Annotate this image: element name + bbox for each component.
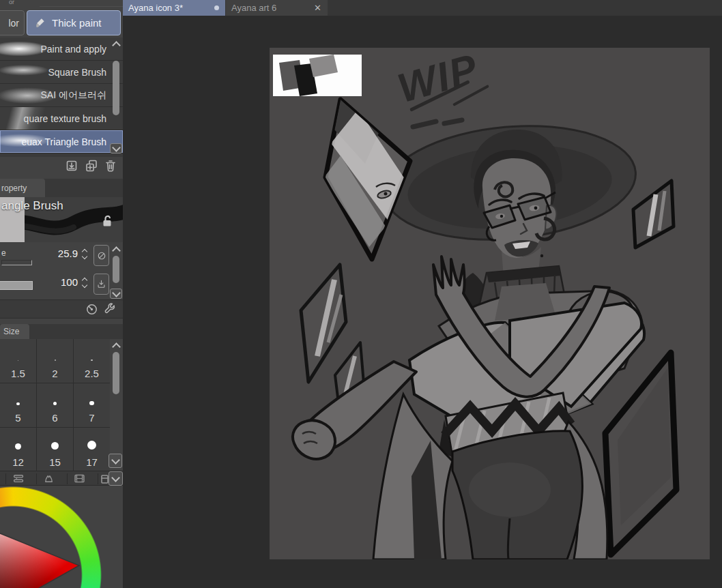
sv-triangle[interactable]: [0, 486, 123, 588]
scroll-down-button[interactable]: [109, 454, 122, 468]
sketch-dashes: [413, 120, 462, 127]
brush-size-tab-label: Size: [3, 327, 19, 336]
brush-size-tab[interactable]: Size: [0, 324, 29, 339]
scroll-up-button[interactable]: [110, 340, 122, 351]
toolbar-separator: [5, 473, 6, 484]
duplicate-subtool-button[interactable]: [84, 158, 99, 173]
spinner-down-icon: [82, 282, 87, 287]
brush-size-label: 12: [12, 456, 24, 468]
unlock-icon[interactable]: [100, 214, 115, 230]
brush-size-dot: [89, 401, 94, 406]
brush-size-label: 1.5: [11, 368, 25, 379]
svg-text:WIP: WIP: [392, 48, 483, 111]
mirror-shard: [324, 100, 413, 259]
brush-size-value[interactable]: 25.9: [40, 248, 78, 259]
brush-size-cell[interactable]: 7: [74, 383, 110, 427]
brush-size-cell[interactable]: 15: [37, 428, 73, 471]
document-tab-label: Ayana icon 3*: [123, 3, 183, 13]
brush-preview: angle Brush: [0, 197, 123, 242]
brush-item[interactable]: SAI 에어브러쉬: [0, 84, 123, 107]
paintbrush-icon: [33, 16, 46, 29]
scroll-up-button[interactable]: [110, 39, 122, 49]
opacity-value[interactable]: 100: [40, 276, 78, 288]
brush-item-label: Square Brush: [48, 67, 106, 78]
scroll-up-button[interactable]: [110, 244, 122, 254]
brush-item[interactable]: quare texture brush: [0, 107, 123, 130]
brush-size-label: 15: [49, 456, 61, 468]
brush-item-label: quare texture brush: [24, 113, 106, 124]
brush-size-cell[interactable]: 6: [37, 383, 73, 427]
close-icon[interactable]: ✕: [314, 0, 321, 16]
brush-size-label: 17: [86, 456, 98, 468]
brush-list: Paint and apply Square Brush SAI 에어브러쉬 q…: [0, 38, 123, 157]
color-panel-toolbar: [0, 471, 123, 486]
canvas[interactable]: WIP: [270, 48, 710, 559]
opacity-spinner[interactable]: [79, 274, 90, 291]
scrollbar-thumb[interactable]: [113, 352, 119, 394]
panel-menu-button[interactable]: [109, 471, 123, 486]
tool-property-body: e 25.9 100: [0, 242, 123, 299]
wrench-icon[interactable]: [103, 302, 117, 317]
brush-size-grid: 1.5 2 2.5 5 6 7 12 15 17: [0, 339, 110, 471]
scroll-down-button[interactable]: [110, 289, 122, 299]
brush-item[interactable]: Paint and apply: [0, 38, 123, 61]
size-grid-scrollbar: [110, 340, 122, 422]
property-scrollbar: [110, 244, 122, 299]
tool-property-tab-row: roperty: [0, 179, 123, 197]
brush-size-label: 7: [89, 412, 94, 424]
brush-size-cell[interactable]: 2.5: [74, 339, 110, 383]
spinner-down-icon: [82, 253, 87, 259]
color-history-tab-icon[interactable]: [73, 472, 86, 485]
import-setting-button[interactable]: [93, 274, 109, 295]
brush-item-label: euax Triangle Brush: [21, 136, 106, 147]
scrollbar-thumb[interactable]: [113, 61, 119, 115]
subtool-group-tab-clipped[interactable]: lor: [0, 10, 25, 35]
chevron-down-icon: [112, 143, 121, 152]
delete-subtool-button[interactable]: [103, 158, 118, 173]
subtool-group-tab-thick-paint[interactable]: Thick paint: [27, 10, 121, 35]
chevron-up-icon: [112, 41, 121, 50]
no-dynamics-button[interactable]: [93, 245, 109, 266]
workspace: WIP: [123, 16, 722, 588]
document-tab-active[interactable]: Ayana icon 3*: [123, 0, 225, 16]
brush-size-dot: [18, 360, 19, 362]
brush-list-scrollbar: [110, 39, 122, 153]
dynamics-dial-icon[interactable]: [85, 302, 99, 317]
brush-size-cell[interactable]: 1.5: [0, 339, 36, 383]
size-slider[interactable]: [1, 260, 32, 265]
brush-size-dot: [15, 443, 21, 450]
tool-property-footer: [0, 299, 123, 319]
brush-size-label: 2: [52, 368, 57, 379]
wip-signature: WIP: [392, 48, 489, 118]
document-tab-inactive[interactable]: Ayana art 6 ✕: [226, 0, 328, 16]
tool-property-tab[interactable]: roperty: [0, 179, 45, 197]
brush-item-selected[interactable]: euax Triangle Brush: [0, 130, 123, 153]
chevron-up-icon: [112, 246, 121, 255]
color-slider-tab-icon[interactable]: [12, 472, 25, 485]
chevron-down-icon: [112, 289, 121, 297]
toolbar-separator: [98, 473, 98, 484]
brush-item[interactable]: Square Brush: [0, 61, 123, 84]
opacity-slider[interactable]: [0, 281, 33, 290]
tab-indicator-dot: [214, 5, 219, 10]
toolbar-separator: [67, 473, 68, 484]
brush-size-cell[interactable]: 5: [0, 383, 36, 427]
size-label-fragment: e: [1, 248, 6, 258]
import-subtool-button[interactable]: [64, 158, 79, 173]
brush-size-cell[interactable]: 17: [74, 428, 110, 471]
tool-property-tab-label: roperty: [1, 183, 27, 193]
size-spinner[interactable]: [79, 245, 90, 263]
paint-swatch-box: [273, 55, 362, 96]
color-blend-tab-icon[interactable]: [42, 472, 55, 485]
brush-item-label: Paint and apply: [40, 44, 106, 55]
scroll-down-button[interactable]: [110, 143, 122, 153]
toolbar-separator: [36, 473, 37, 484]
scrollbar-thumb[interactable]: [113, 256, 119, 283]
brush-size-cell[interactable]: 2: [37, 339, 73, 383]
brush-size-cell[interactable]: 12: [0, 428, 36, 471]
brush-size-dot: [91, 359, 93, 362]
document-tab-bar: Ayana icon 3* Ayana art 6 ✕: [123, 0, 722, 16]
color-set-tab-icon[interactable]: [100, 473, 109, 485]
brush-size-label: 2.5: [85, 368, 99, 379]
brush-size-dot: [16, 402, 20, 406]
